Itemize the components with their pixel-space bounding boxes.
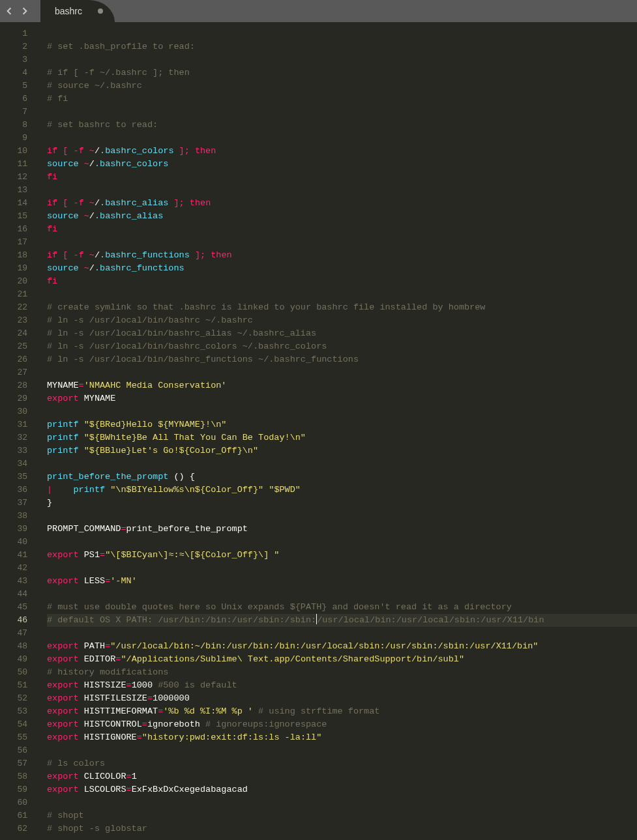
line-number: 22 bbox=[0, 301, 27, 314]
code-area[interactable]: # set .bash_profile to read: # if [ -f ~… bbox=[35, 22, 637, 840]
code-line[interactable]: } bbox=[47, 497, 637, 510]
code-line[interactable] bbox=[47, 106, 637, 119]
code-line[interactable]: # shopt -s globstar bbox=[47, 822, 637, 835]
code-line[interactable]: # shopt bbox=[47, 809, 637, 822]
code-line[interactable]: export HISTCONTROL=ignoreboth # ignoreup… bbox=[47, 718, 637, 731]
token: HISTSIZE bbox=[79, 680, 126, 690]
code-line[interactable]: MYNAME='NMAAHC Media Conservation' bbox=[47, 379, 637, 392]
code-line[interactable]: export HISTIGNORE="history:pwd:exit:df:l… bbox=[47, 731, 637, 744]
line-number: 38 bbox=[0, 510, 27, 523]
token: #500 is default bbox=[158, 680, 237, 690]
code-line[interactable] bbox=[47, 588, 637, 601]
code-line[interactable]: # ln -s /usr/local/bin/bashrc_functions … bbox=[47, 353, 637, 366]
code-line[interactable] bbox=[47, 53, 637, 66]
code-line[interactable] bbox=[47, 744, 637, 757]
code-line[interactable]: printf "${BBlue}Let's Go!${Color_Off}\n" bbox=[47, 444, 637, 457]
token: # shopt bbox=[47, 811, 84, 820]
code-line[interactable] bbox=[47, 288, 637, 301]
line-number: 41 bbox=[0, 549, 27, 562]
code-line[interactable]: # must use double quotes here so Unix ex… bbox=[47, 601, 637, 614]
code-line[interactable]: source ~/.bashrc_functions bbox=[47, 262, 637, 275]
nav-back-button[interactable] bbox=[3, 7, 16, 15]
token: () { bbox=[168, 472, 195, 482]
code-line[interactable]: if [ -f ~/.bashrc_functions ]; then bbox=[47, 249, 637, 262]
file-tab[interactable]: bashrc bbox=[40, 0, 115, 22]
code-line[interactable]: export PS1="\[$BICyan\]≈:≈\[${Color_Off}… bbox=[47, 549, 637, 562]
code-line[interactable]: export LSCOLORS=ExFxBxDxCxegedabagacad bbox=[47, 783, 637, 796]
line-number: 16 bbox=[0, 223, 27, 236]
code-line[interactable]: export HISTFILESIZE=1000000 bbox=[47, 692, 637, 705]
token: then bbox=[195, 146, 216, 156]
code-line[interactable]: # default OS X PATH: /usr/bin:/bin:/usr/… bbox=[47, 614, 637, 627]
code-line[interactable]: # set .bash_profile to read: bbox=[47, 40, 637, 53]
token: export bbox=[47, 680, 79, 690]
token: # ln -s /usr/local/bin/bashrc ~/.bashrc bbox=[47, 315, 253, 325]
code-line[interactable]: export MYNAME bbox=[47, 392, 637, 405]
code-line[interactable]: source ~/.bashrc_alias bbox=[47, 210, 637, 223]
line-number: 47 bbox=[0, 627, 27, 640]
code-line[interactable]: # ln -s /usr/local/bin/bashrc_colors ~/.… bbox=[47, 340, 637, 353]
code-line[interactable]: print_before_the_prompt () { bbox=[47, 471, 637, 484]
token: ~ bbox=[89, 146, 95, 156]
code-line[interactable]: # set bashrc to read: bbox=[47, 119, 637, 132]
nav-forward-button[interactable] bbox=[18, 7, 31, 15]
token: fi bbox=[47, 276, 57, 286]
code-line[interactable]: source ~/.bashrc_colors bbox=[47, 158, 637, 171]
code-line[interactable] bbox=[47, 510, 637, 523]
token bbox=[84, 146, 89, 156]
code-line[interactable] bbox=[47, 184, 637, 197]
code-line[interactable]: export HISTTIMEFORMAT='%b %d %I:%M %p ' … bbox=[47, 705, 637, 718]
code-line[interactable]: printf "${BRed}Hello ${MYNAME}!\n" bbox=[47, 418, 637, 431]
token: ~ bbox=[84, 263, 89, 273]
code-line[interactable]: # ln -s /usr/local/bin/bashrc_alias ~/.b… bbox=[47, 327, 637, 340]
code-line[interactable] bbox=[47, 796, 637, 809]
code-line[interactable] bbox=[47, 236, 637, 249]
code-line[interactable] bbox=[47, 536, 637, 549]
line-number: 11 bbox=[0, 158, 27, 171]
code-line[interactable]: export LESS='-MN' bbox=[47, 575, 637, 588]
code-line[interactable]: fi bbox=[47, 223, 637, 236]
code-line[interactable]: # source ~/.bashrc bbox=[47, 80, 637, 93]
code-line[interactable]: | printf "\n$BIYellow%s\n${Color_Off}" "… bbox=[47, 484, 637, 497]
line-number: 25 bbox=[0, 340, 27, 353]
code-line[interactable]: if [ -f ~/.bashrc_alias ]; then bbox=[47, 197, 637, 210]
code-line[interactable]: # fi bbox=[47, 93, 637, 106]
token bbox=[79, 263, 84, 273]
code-line[interactable]: PROMPT_COMMAND=print_before_the_prompt bbox=[47, 523, 637, 536]
line-number: 52 bbox=[0, 692, 27, 705]
code-line[interactable]: export CLICOLOR=1 bbox=[47, 770, 637, 783]
token: "\[$BICyan\]≈:≈\[${Color_Off}\] " bbox=[105, 550, 279, 560]
code-line[interactable]: # ln -s /usr/local/bin/bashrc ~/.bashrc bbox=[47, 314, 637, 327]
code-line[interactable]: export PATH="/usr/local/bin:~/bin:/usr/b… bbox=[47, 640, 637, 653]
code-line[interactable] bbox=[47, 366, 637, 379]
code-line[interactable]: printf "${BWhite}Be All That You Can Be … bbox=[47, 431, 637, 444]
code-line[interactable]: # create symlink so that .bashrc is link… bbox=[47, 301, 637, 314]
code-line[interactable] bbox=[47, 27, 637, 40]
code-line[interactable]: export HISTSIZE=1000 #500 is default bbox=[47, 679, 637, 692]
code-line[interactable]: # history modifications bbox=[47, 666, 637, 679]
code-line[interactable]: if [ -f ~/.bashrc_colors ]; then bbox=[47, 145, 637, 158]
code-line[interactable]: # if [ -f ~/.bashrc ]; then bbox=[47, 66, 637, 80]
code-line[interactable]: export EDITOR="/Applications/Sublime\ Te… bbox=[47, 653, 637, 666]
code-line[interactable] bbox=[47, 627, 637, 640]
token: print_before_the_prompt bbox=[126, 524, 248, 534]
token: MYNAME bbox=[79, 394, 116, 403]
line-number: 12 bbox=[0, 171, 27, 184]
code-line[interactable] bbox=[47, 457, 637, 471]
token: "/Applications/Sublime\ Text.app/Content… bbox=[121, 654, 464, 664]
line-number: 31 bbox=[0, 418, 27, 431]
line-number: 9 bbox=[0, 132, 27, 145]
token: '-MN' bbox=[110, 576, 137, 586]
line-number: 1 bbox=[0, 27, 27, 40]
token: = bbox=[126, 772, 132, 781]
line-number: 10 bbox=[0, 145, 27, 158]
token: = bbox=[79, 381, 84, 390]
code-line[interactable]: # ls colors bbox=[47, 757, 637, 770]
code-line[interactable]: fi bbox=[47, 275, 637, 288]
code-line[interactable] bbox=[47, 132, 637, 145]
token: printf bbox=[47, 433, 79, 442]
token: .bashrc_alias bbox=[100, 198, 168, 208]
code-line[interactable] bbox=[47, 405, 637, 418]
code-line[interactable] bbox=[47, 562, 637, 575]
code-line[interactable]: fi bbox=[47, 171, 637, 184]
